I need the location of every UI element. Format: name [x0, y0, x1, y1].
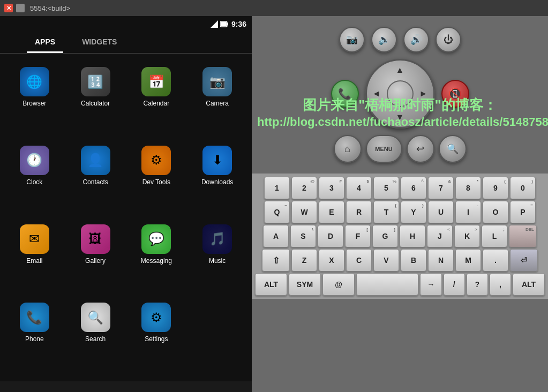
key-1-2[interactable]: E	[319, 201, 344, 223]
key-4-8[interactable]: ALT	[513, 273, 545, 296]
clock-icon: 🕐	[20, 146, 49, 175]
key-4-3[interactable]	[356, 273, 418, 296]
key-0-3[interactable]: $4	[346, 177, 372, 199]
key-3-0[interactable]: ⇧	[262, 249, 290, 272]
key-0-2[interactable]: #3	[319, 177, 344, 199]
home-button[interactable]: ⌂	[334, 135, 362, 163]
key-0-9[interactable]: )0	[510, 177, 536, 199]
key-3-4[interactable]: V	[373, 249, 399, 272]
app-item-browser[interactable]: 🌐Browser	[5, 62, 64, 138]
dpad-right[interactable]: ►	[417, 87, 430, 100]
search-nav-button[interactable]: 🔍	[439, 135, 467, 163]
menu-button[interactable]: MENU	[366, 135, 402, 163]
controls-area: 📷 🔈 🔊 ⏻ 📞 ▲ ▼ ◄ ► 📵	[252, 16, 548, 174]
dpad-down[interactable]: ▼	[394, 111, 407, 124]
app-item-gallery[interactable]: 🖼Gallery	[66, 219, 125, 295]
key-3-2[interactable]: X	[319, 249, 344, 272]
key-0-4[interactable]: %5	[373, 177, 399, 199]
key-2-0[interactable]: A	[263, 225, 289, 247]
dpad-container: ▲ ▼ ◄ ►	[365, 59, 435, 129]
app-item-email[interactable]: ✉Email	[5, 219, 64, 295]
dpad-center[interactable]	[387, 80, 414, 107]
app-item-contacts[interactable]: 👤Contacts	[66, 140, 125, 216]
key-1-8[interactable]: O	[483, 201, 508, 223]
key-4-2[interactable]: @	[322, 273, 355, 296]
key-0-7[interactable]: *8	[455, 177, 481, 199]
app-item-search[interactable]: 🔍Search	[66, 297, 125, 373]
window-title: 5554:<build>	[30, 4, 70, 12]
key-1-5[interactable]: }Y	[401, 201, 426, 223]
key-0-6[interactable]: &7	[428, 177, 454, 199]
key-1-7[interactable]: -I	[455, 201, 481, 223]
key-2-8[interactable]: ;L	[482, 225, 507, 247]
camera-button[interactable]: 📷	[339, 27, 365, 52]
signal-icon	[211, 20, 218, 28]
key-2-3[interactable]: [F	[345, 225, 371, 247]
key-2-1[interactable]: \S	[290, 225, 316, 247]
gallery-icon: 🖼	[81, 224, 110, 254]
calendar-icon: 📅	[141, 67, 171, 96]
key-1-1[interactable]: W	[291, 201, 317, 223]
minimize-button[interactable]	[16, 4, 25, 12]
key-2-4[interactable]: ]G	[372, 225, 398, 247]
key-2-5[interactable]: H	[400, 225, 425, 247]
nav-button-row: ⌂ MENU ↩ 🔍	[334, 135, 467, 163]
app-item-calculator[interactable]: 🔢Calculator	[66, 62, 125, 138]
key-4-0[interactable]: ALT	[255, 273, 287, 296]
key-2-2[interactable]: D	[318, 225, 343, 247]
app-item-clock[interactable]: 🕐Clock	[5, 140, 64, 216]
key-1-6[interactable]: U	[428, 201, 454, 223]
key-4-5[interactable]: /	[444, 273, 465, 296]
app-item-phone[interactable]: 📞Phone	[5, 297, 64, 373]
volume-up-button[interactable]: 🔊	[403, 27, 429, 52]
tab-apps[interactable]: APPS	[27, 32, 63, 53]
app-item-downloads[interactable]: ⬇Downloads	[188, 140, 246, 216]
app-item-devtools[interactable]: ⚙Dev Tools	[127, 140, 186, 216]
key-1-3[interactable]: R	[346, 201, 372, 223]
key-2-9[interactable]: DEL	[509, 225, 537, 247]
end-call-button[interactable]: 📵	[441, 80, 469, 108]
key-3-7[interactable]: M	[455, 249, 481, 272]
top-button-row: 📷 🔈 🔊 ⏻	[339, 27, 461, 52]
key-3-5[interactable]: B	[401, 249, 426, 272]
close-button[interactable]: ✕	[4, 4, 13, 12]
volume-down-button[interactable]: 🔈	[371, 27, 397, 52]
key-2-6[interactable]: <J	[427, 225, 453, 247]
key-1-4[interactable]: {T	[373, 201, 399, 223]
app-item-settings[interactable]: ⚙Settings	[127, 297, 186, 373]
app-item-camera[interactable]: 📷Camera	[188, 62, 246, 138]
key-3-8[interactable]: .	[483, 249, 508, 272]
key-0-5[interactable]: ^6	[401, 177, 426, 199]
title-bar: ✕ 5554:<build>	[0, 0, 548, 16]
keyboard: 1@2#3$4%5^6&7*8(9)0~QWER{T}YU-IO=PA\SD[F…	[252, 174, 548, 299]
key-3-6[interactable]: N	[428, 249, 454, 272]
app-item-music[interactable]: 🎵Music	[188, 219, 246, 295]
power-button[interactable]: ⏻	[436, 27, 461, 52]
key-4-7[interactable]: ,	[490, 273, 511, 296]
back-button[interactable]: ↩	[407, 135, 434, 163]
key-3-3[interactable]: C	[346, 249, 372, 272]
tab-widgets[interactable]: WIDGETS	[74, 32, 125, 53]
key-0-8[interactable]: (9	[483, 177, 508, 199]
key-2-7[interactable]: >K	[454, 225, 480, 247]
key-4-1[interactable]: SYM	[289, 273, 321, 296]
key-3-1[interactable]: Z	[291, 249, 317, 272]
dpad-left[interactable]: ◄	[370, 87, 383, 100]
time-display: 9:36	[231, 20, 246, 28]
app-item-calendar[interactable]: 📅Calendar	[127, 62, 186, 138]
battery-icon	[220, 21, 229, 27]
key-4-4[interactable]: →	[420, 273, 441, 296]
gallery-label: Gallery	[85, 257, 106, 265]
svg-marker-0	[211, 20, 218, 28]
dpad-ring[interactable]: ▲ ▼ ◄ ►	[365, 59, 435, 129]
key-3-9[interactable]: ⏎	[510, 249, 538, 272]
dpad-up[interactable]: ▲	[394, 64, 407, 77]
key-0-1[interactable]: @2	[291, 177, 317, 199]
app-item-messaging[interactable]: 💬Messaging	[127, 219, 186, 295]
key-4-6[interactable]: ?	[467, 273, 488, 296]
keyboard-row-1: ~QWER{T}YU-IO=P	[255, 201, 545, 223]
key-1-9[interactable]: =P	[510, 201, 536, 223]
call-button[interactable]: 📞	[331, 80, 359, 108]
key-0-0[interactable]: 1	[264, 177, 290, 199]
key-1-0[interactable]: ~Q	[264, 201, 290, 223]
